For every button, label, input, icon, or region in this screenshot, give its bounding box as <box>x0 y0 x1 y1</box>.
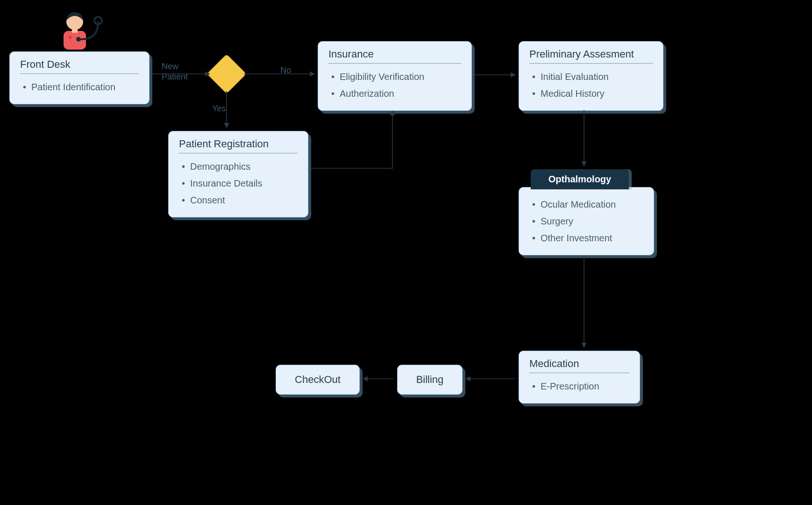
node-billing: Billing <box>397 365 463 395</box>
list-item: Ocular Medication <box>532 196 643 213</box>
list-item: Eligibility Verification <box>331 68 461 85</box>
node-title: Preliminary Assesment <box>529 48 653 64</box>
list-item: Other Investment <box>532 230 643 246</box>
list-item: Autherization <box>331 85 461 102</box>
node-items: Initial Evaluation Medical History <box>529 68 653 102</box>
list-item: Surgery <box>532 213 643 230</box>
list-item: Initial Evaluation <box>532 68 653 85</box>
node-medication: Medication E-Prescription <box>519 351 640 404</box>
node-title: Insurance <box>328 48 461 64</box>
node-preliminary: Preliminary Assesment Initial Evaluation… <box>519 41 663 111</box>
list-item: Demographics <box>182 158 298 175</box>
node-items: Demographics Insurance Details Consent <box>179 158 298 209</box>
node-ophthalmology-header: Opthalmology <box>531 169 629 189</box>
node-insurance: Insurance Eligibility Verification Authe… <box>318 41 472 111</box>
edge-label-no: No <box>280 65 291 76</box>
node-title: Patient Registration <box>179 138 298 153</box>
node-items: Patient Identification <box>20 79 139 95</box>
list-item: Insurance Details <box>182 175 298 192</box>
edge-label-yes: Yes <box>212 104 226 114</box>
node-ophthalmology: Ocular Medication Surgery Other Investme… <box>519 187 654 255</box>
list-item: E-Prescription <box>532 378 629 395</box>
node-patient-registration: Patient Registration Demographics Insura… <box>168 131 308 217</box>
node-items: Eligibility Verification Autherization <box>328 68 461 102</box>
node-checkout: CheckOut <box>276 365 360 395</box>
node-items: E-Prescription <box>529 378 629 395</box>
node-front-desk: Front Desk Patient Identification <box>9 51 150 104</box>
list-item: Patient Identification <box>23 79 139 95</box>
node-title: Front Desk <box>20 58 139 74</box>
edge-label-new-patient: New Patient <box>162 62 188 82</box>
svg-rect-1 <box>64 31 86 50</box>
doctor-icon <box>51 8 107 55</box>
svg-rect-2 <box>72 28 78 33</box>
svg-point-5 <box>69 36 71 39</box>
list-item: Consent <box>182 192 298 209</box>
node-items: Ocular Medication Surgery Other Investme… <box>529 196 643 246</box>
decision-diamond <box>207 54 247 94</box>
list-item: Medical History <box>532 85 653 102</box>
node-title: Medication <box>529 358 629 373</box>
